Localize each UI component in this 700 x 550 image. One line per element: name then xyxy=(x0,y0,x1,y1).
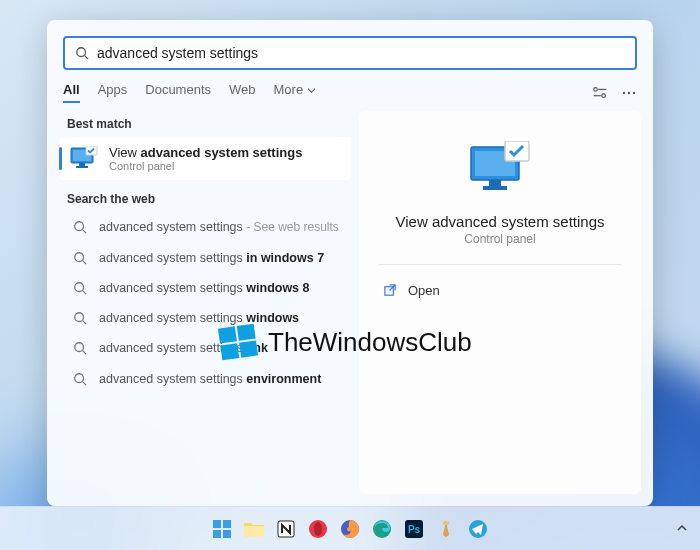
best-match-label: Best match xyxy=(67,117,351,131)
web-result-text: advanced system settings link xyxy=(99,340,268,356)
search-icon xyxy=(73,341,87,355)
search-panel: advanced system settings All Apps Docume… xyxy=(47,20,653,506)
web-result-text: advanced system settings windows 8 xyxy=(99,280,310,296)
svg-point-16 xyxy=(75,252,84,261)
svg-point-6 xyxy=(623,91,625,93)
taskbar-app-icon[interactable] xyxy=(433,516,459,542)
web-result[interactable]: advanced system settings - See web resul… xyxy=(59,212,351,243)
divider xyxy=(379,264,621,265)
best-match-subtitle: Control panel xyxy=(109,160,302,172)
svg-line-25 xyxy=(83,381,87,385)
svg-point-4 xyxy=(602,93,606,97)
search-web-label: Search the web xyxy=(67,192,351,206)
search-icon xyxy=(73,251,87,265)
open-action[interactable]: Open xyxy=(379,277,621,304)
start-button[interactable] xyxy=(209,516,235,542)
svg-line-19 xyxy=(83,291,87,295)
open-label: Open xyxy=(408,283,440,298)
taskbar-explorer-icon[interactable] xyxy=(241,516,267,542)
svg-line-17 xyxy=(83,260,87,264)
svg-text:Ps: Ps xyxy=(408,524,421,535)
tab-documents[interactable]: Documents xyxy=(145,82,211,103)
search-icon xyxy=(73,372,87,386)
tray-chevron-up-icon[interactable] xyxy=(676,520,688,538)
preview-title: View advanced system settings xyxy=(396,213,605,230)
web-result[interactable]: advanced system settings windows xyxy=(59,303,351,333)
svg-point-2 xyxy=(594,87,598,91)
chevron-down-icon xyxy=(307,86,316,95)
taskbar-notion-icon[interactable] xyxy=(273,516,299,542)
svg-point-43 xyxy=(314,522,322,536)
web-result-text: advanced system settings in windows 7 xyxy=(99,250,324,266)
open-icon xyxy=(383,283,398,298)
monitor-settings-icon xyxy=(69,146,99,172)
tab-web[interactable]: Web xyxy=(229,82,256,103)
monitor-settings-icon-large xyxy=(467,141,533,197)
web-result-text: advanced system settings windows xyxy=(99,310,299,326)
svg-point-24 xyxy=(75,373,84,382)
taskbar: Ps xyxy=(0,506,700,550)
results-column: Best match View advanced system settings… xyxy=(59,111,359,494)
svg-rect-40 xyxy=(244,526,264,537)
svg-line-1 xyxy=(85,56,89,60)
taskbar-telegram-icon[interactable] xyxy=(465,516,491,542)
svg-point-8 xyxy=(633,91,635,93)
tab-apps[interactable]: Apps xyxy=(98,82,128,103)
svg-line-23 xyxy=(83,351,87,355)
web-result[interactable]: advanced system settings environment xyxy=(59,364,351,394)
svg-rect-12 xyxy=(76,166,88,168)
tab-more[interactable]: More xyxy=(274,82,316,103)
best-match-result[interactable]: View advanced system settings Control pa… xyxy=(59,137,351,180)
filter-tabs: All Apps Documents Web More xyxy=(63,82,637,103)
web-result-text: advanced system settings - See web resul… xyxy=(99,219,339,236)
best-match-title: View advanced system settings xyxy=(109,145,302,160)
svg-point-18 xyxy=(75,283,84,292)
web-result-text: advanced system settings environment xyxy=(99,371,321,387)
svg-rect-36 xyxy=(213,520,221,528)
svg-rect-38 xyxy=(213,530,221,538)
svg-rect-37 xyxy=(223,520,231,528)
svg-rect-11 xyxy=(79,163,85,166)
taskbar-photoshop-icon[interactable]: Ps xyxy=(401,516,427,542)
svg-line-21 xyxy=(83,321,87,325)
svg-point-14 xyxy=(75,222,84,231)
more-icon[interactable] xyxy=(621,85,637,101)
svg-point-48 xyxy=(443,521,449,525)
svg-rect-28 xyxy=(489,180,501,186)
svg-point-22 xyxy=(75,343,84,352)
svg-line-15 xyxy=(83,230,87,234)
web-result[interactable]: advanced system settings in windows 7 xyxy=(59,243,351,273)
svg-point-7 xyxy=(628,91,630,93)
taskbar-opera-icon[interactable] xyxy=(305,516,331,542)
svg-rect-39 xyxy=(223,530,231,538)
taskbar-firefox-icon[interactable] xyxy=(337,516,363,542)
search-query-text: advanced system settings xyxy=(97,45,258,61)
web-result[interactable]: advanced system settings link xyxy=(59,333,351,363)
search-icon xyxy=(73,220,87,234)
search-input[interactable]: advanced system settings xyxy=(63,36,637,70)
svg-rect-29 xyxy=(483,186,507,190)
web-result[interactable]: advanced system settings windows 8 xyxy=(59,273,351,303)
svg-point-20 xyxy=(75,313,84,322)
taskbar-edge-icon[interactable] xyxy=(369,516,395,542)
preview-pane: View advanced system settings Control pa… xyxy=(359,111,641,494)
preview-subtitle: Control panel xyxy=(464,232,535,246)
search-icon xyxy=(75,46,89,60)
search-icon xyxy=(73,281,87,295)
svg-point-0 xyxy=(77,48,86,57)
tab-all[interactable]: All xyxy=(63,82,80,103)
search-icon xyxy=(73,311,87,325)
filter-icon[interactable] xyxy=(591,84,609,102)
